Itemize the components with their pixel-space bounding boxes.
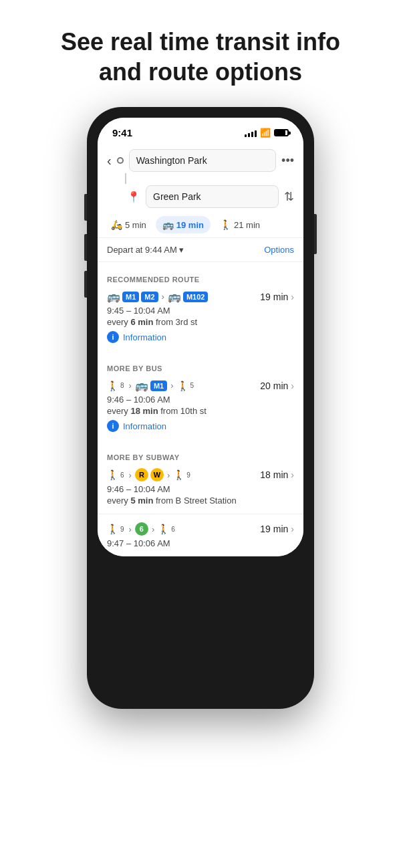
more-subway2-section: 🚶 9 › 6 › 🚶 6 19 min › 9:47 – 10:06 AM [98,514,303,556]
more-subway-route-row[interactable]: 🚶 6 › R W › 🚶 9 18 min › [107,468,294,481]
headline: See real time transit info and route opt… [0,0,401,107]
silent-switch [84,271,87,298]
origin-dot [117,157,124,164]
walk-num-sub1: 6 [120,471,124,479]
phone-screen: 9:41 📶 ‹ Washington Park ••• [98,118,303,556]
arrow-sub1: › [129,470,132,480]
more-bus-frequency: every 18 min from 10th st [107,406,294,416]
badge-m1: M1 [122,292,139,302]
more-subway-frequency-text: every 5 min from B Street Station [107,496,237,506]
more-bus-duration[interactable]: 20 min › [260,381,294,391]
more-subway2-time-range: 9:47 – 10:06 AM [107,538,294,548]
status-bar: 9:41 📶 [98,118,303,144]
phone-frame: 9:41 📶 ‹ Washington Park ••• [87,107,314,709]
more-button[interactable]: ••• [281,154,294,168]
origin-input[interactable]: Washington Park [129,149,276,172]
route-line [125,173,126,184]
headline-line2: and route options [99,58,302,86]
tab-moto[interactable]: 🛵 5 min [104,216,153,233]
more-subway-duration[interactable]: 18 min › [260,469,294,480]
swap-button[interactable]: ⇅ [284,189,294,204]
back-button[interactable]: ‹ [107,153,112,169]
signal-bar-4 [255,130,257,137]
signal-bar-3 [251,132,253,137]
recommended-route-row[interactable]: 🚌 M1 M2 › 🚌 M102 19 min › [107,290,294,303]
arrow-sub2a: › [129,524,132,534]
wifi-icon: 📶 [260,128,271,138]
info-icon-rec: i [107,331,119,343]
arrow-1: › [162,292,164,302]
more-subway2-route-row[interactable]: 🚶 9 › 6 › 🚶 6 19 min › [107,522,294,536]
signal-bar-2 [248,133,250,137]
recommended-route-icons: 🚌 M1 M2 › 🚌 M102 [107,290,208,303]
more-bus-duration-text: 20 min [260,381,288,391]
options-button[interactable]: Options [264,245,294,255]
more-bus-route-row[interactable]: 🚶 8 › 🚌 M1 › 🚶 5 20 min › [107,379,294,392]
search-area: ‹ Washington Park ••• 📍 Green Park ⇅ [98,144,303,212]
tab-walk-label: 21 min [234,220,260,230]
more-subway-route-icons: 🚶 6 › R W › 🚶 9 [107,468,190,481]
recommended-info-row[interactable]: i Information [107,331,294,343]
recommended-frequency: every 6 min from 3rd st [107,317,294,327]
walk-icon-sub1: 🚶 [107,469,118,480]
arrow-bus1: › [129,381,132,391]
recommended-frequency-text: every 6 min from 3rd st [107,317,197,327]
moto-icon: 🛵 [111,219,122,230]
status-time: 9:41 [112,127,132,138]
more-bus-section: MORE BY BUS 🚶 8 › 🚌 M1 › 🚶 5 20 min › 9:… [98,356,303,440]
more-bus-route-icons: 🚶 8 › 🚌 M1 › 🚶 5 [107,379,194,392]
tab-transit-label: 19 min [176,220,204,230]
recommended-duration[interactable]: 19 min › [260,292,294,302]
more-subway-duration-text: 18 min [260,469,288,480]
recommended-label: RECOMMENDED ROUTE [107,276,294,284]
bus-icon-rec2: 🚌 [168,290,181,303]
more-bus-info-text: Information [123,421,166,431]
more-subway-time-range: 9:46 – 10:04 AM [107,484,294,494]
more-bus-label: MORE BY BUS [107,364,294,372]
walk-icon-sub2: 🚶 [173,469,184,480]
walk-icon-sub2b: 🚶 [158,524,169,534]
signal-bars [245,129,257,137]
chevron-right-rec: › [291,292,294,302]
battery-icon [274,129,289,136]
walk-icon-sub2a: 🚶 [107,524,118,534]
recommended-time-range: 9:45 – 10:04 AM [107,306,294,316]
more-subway2-duration[interactable]: 19 min › [260,524,294,534]
walk-num-sub2: 9 [186,471,190,479]
more-subway2-route-icons: 🚶 9 › 6 › 🚶 6 [107,522,175,536]
tab-transit[interactable]: 🚌 19 min [156,216,211,233]
destination-pin-icon: 📍 [127,191,140,203]
depart-text[interactable]: Depart at 9:44 AM ▾ [107,245,184,255]
tab-walk[interactable]: 🚶 21 min [213,216,267,233]
more-subway2-duration-text: 19 min [260,524,288,534]
more-subway-frequency: every 5 min from B Street Station [107,496,294,506]
arrow-sub2b: › [152,524,154,534]
chevron-right-bus: › [291,381,294,391]
more-subway-label: MORE BY SUBWAY [107,453,294,461]
walk-num-bus2: 5 [190,382,194,389]
recommended-route-section: RECOMMENDED ROUTE 🚌 M1 M2 › 🚌 M102 19 mi… [98,267,303,351]
chevron-right-sub: › [291,469,294,480]
volume-up-button [84,194,87,221]
badge-subway-r: R [135,468,148,481]
destination-input[interactable]: Green Park [146,185,279,208]
bus-icon-rec1: 🚌 [107,290,120,303]
power-button [314,214,317,254]
more-bus-time-range: 9:46 – 10:06 AM [107,395,294,405]
status-icons: 📶 [245,128,289,138]
chevron-right-sub2: › [291,524,294,534]
walk-num-bus1: 8 [120,382,124,389]
arrow-sub2: › [167,470,170,480]
badge-m102: M102 [183,292,209,302]
depart-row: Depart at 9:44 AM ▾ Options [98,238,303,262]
walk-icon-bus2: 🚶 [177,381,188,391]
badge-m2: M2 [141,292,158,302]
destination-row: 📍 Green Park ⇅ [127,185,294,208]
walk-num-sub2b: 6 [171,526,175,533]
recommended-info-text: Information [123,332,166,342]
bus-tab-icon: 🚌 [162,219,174,230]
badge-subway-w: W [150,468,164,481]
more-bus-frequency-text: every 18 min from 10th st [107,406,207,416]
more-bus-info-row[interactable]: i Information [107,420,294,432]
transport-tabs: 🛵 5 min 🚌 19 min 🚶 21 min [98,212,303,238]
